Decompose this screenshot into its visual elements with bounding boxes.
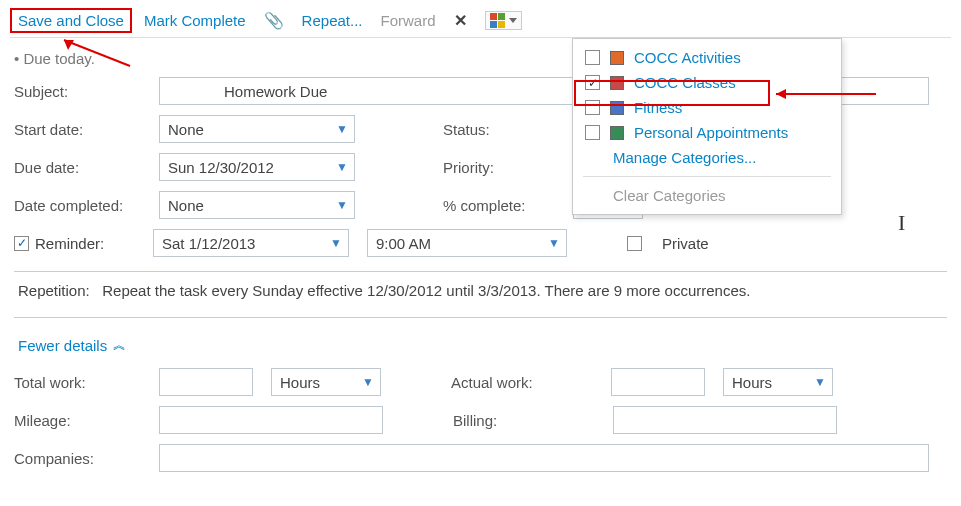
categories-menu: COCC Activities COCC Classes Fitness Per… <box>572 38 842 215</box>
category-checkbox[interactable] <box>585 100 600 115</box>
category-item-cocc-activities[interactable]: COCC Activities <box>573 45 841 70</box>
priority-label: Priority: <box>443 159 573 176</box>
mileage-label: Mileage: <box>14 412 159 429</box>
category-swatch-icon <box>610 76 624 90</box>
actual-work-input[interactable] <box>611 368 705 396</box>
total-work-unit: Hours <box>280 374 320 391</box>
divider <box>14 271 947 272</box>
category-swatch-icon <box>610 101 624 115</box>
reminder-time-value: 9:00 AM <box>376 235 431 252</box>
actual-work-unit-combo[interactable]: Hours ▼ <box>723 368 833 396</box>
category-item-fitness[interactable]: Fitness <box>573 95 841 120</box>
chevron-up-icon: ︽ <box>113 336 123 354</box>
repetition-label: Repetition: <box>18 282 90 299</box>
category-label: Fitness <box>634 99 829 116</box>
date-completed-combo[interactable]: None ▼ <box>159 191 355 219</box>
forward-button: Forward <box>380 12 435 29</box>
start-date-combo[interactable]: None ▼ <box>159 115 355 143</box>
repetition-text: Repeat the task every Sunday effective 1… <box>102 282 750 299</box>
date-completed-value: None <box>168 197 204 214</box>
chevron-down-icon: ▼ <box>548 236 560 250</box>
billing-input[interactable] <box>613 406 837 434</box>
manage-categories-button[interactable]: Manage Categories... <box>573 145 841 170</box>
percent-complete-label: % complete: <box>443 197 573 214</box>
category-label: Personal Appointments <box>634 124 829 141</box>
subject-label: Subject: <box>14 83 159 100</box>
categories-icon <box>490 13 505 28</box>
mileage-input[interactable] <box>159 406 383 434</box>
total-work-label: Total work: <box>14 374 159 391</box>
companies-label: Companies: <box>14 450 159 467</box>
category-checkbox[interactable] <box>585 75 600 90</box>
fewer-details-label: Fewer details <box>18 337 107 354</box>
delete-icon[interactable]: ✕ <box>454 11 467 30</box>
reminder-date-combo[interactable]: Sat 1/12/2013 ▼ <box>153 229 349 257</box>
divider <box>14 317 947 318</box>
category-checkbox[interactable] <box>585 125 600 140</box>
repetition-line: Repetition: Repeat the task every Sunday… <box>14 282 947 303</box>
mark-complete-button[interactable]: Mark Complete <box>144 12 246 29</box>
category-label: COCC Activities <box>634 49 829 66</box>
actual-work-label: Actual work: <box>451 374 611 391</box>
private-checkbox[interactable] <box>627 236 642 251</box>
reminder-checkbox[interactable] <box>14 236 29 251</box>
total-work-input[interactable] <box>159 368 253 396</box>
chevron-down-icon: ▼ <box>362 375 374 389</box>
reminder-time-combo[interactable]: 9:00 AM ▼ <box>367 229 567 257</box>
categorize-button[interactable] <box>485 11 522 30</box>
toolbar: Save and Close Mark Complete 📎 Repeat...… <box>10 8 951 38</box>
repeat-button[interactable]: Repeat... <box>302 12 363 29</box>
chevron-down-icon: ▼ <box>336 122 348 136</box>
companies-input[interactable] <box>159 444 929 472</box>
category-checkbox[interactable] <box>585 50 600 65</box>
start-date-label: Start date: <box>14 121 159 138</box>
total-work-unit-combo[interactable]: Hours ▼ <box>271 368 381 396</box>
fewer-details-toggle[interactable]: Fewer details ︽ <box>14 328 127 368</box>
chevron-down-icon: ▼ <box>330 236 342 250</box>
due-date-label: Due date: <box>14 159 159 176</box>
clear-categories-button: Clear Categories <box>573 183 841 208</box>
reminder-date-value: Sat 1/12/2013 <box>162 235 255 252</box>
category-item-cocc-classes[interactable]: COCC Classes <box>573 70 841 95</box>
category-item-personal-appointments[interactable]: Personal Appointments <box>573 120 841 145</box>
chevron-down-icon: ▼ <box>814 375 826 389</box>
start-date-value: None <box>168 121 204 138</box>
chevron-down-icon: ▼ <box>336 160 348 174</box>
menu-separator <box>583 176 831 177</box>
category-label: COCC Classes <box>634 74 829 91</box>
due-date-combo[interactable]: Sun 12/30/2012 ▼ <box>159 153 355 181</box>
attach-icon[interactable]: 📎 <box>264 11 284 30</box>
reminder-label: Reminder: <box>35 235 153 252</box>
category-swatch-icon <box>610 126 624 140</box>
date-completed-label: Date completed: <box>14 197 159 214</box>
actual-work-unit: Hours <box>732 374 772 391</box>
chevron-down-icon <box>509 18 517 23</box>
status-label: Status: <box>443 121 573 138</box>
private-label: Private <box>662 235 709 252</box>
category-swatch-icon <box>610 51 624 65</box>
due-date-value: Sun 12/30/2012 <box>168 159 274 176</box>
save-and-close-button[interactable]: Save and Close <box>10 8 132 33</box>
chevron-down-icon: ▼ <box>336 198 348 212</box>
billing-label: Billing: <box>453 412 613 429</box>
